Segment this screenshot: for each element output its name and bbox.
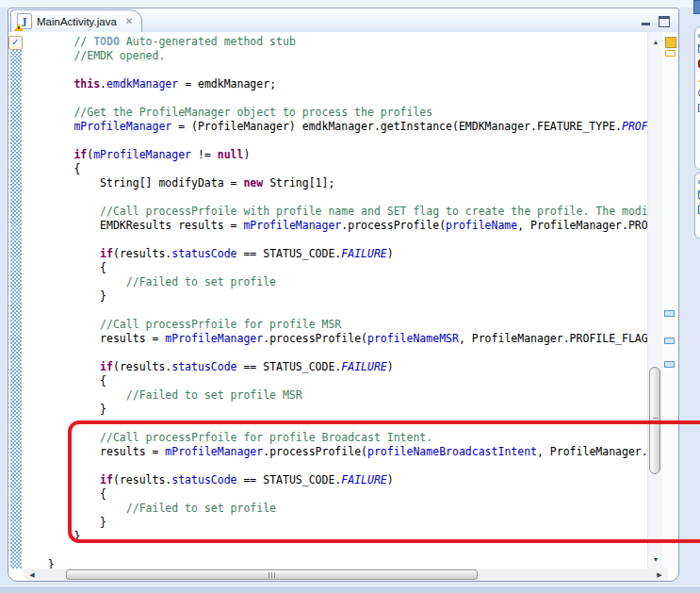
overview-ruler xyxy=(662,32,677,568)
code-line: results = mProfileManager.processProfile… xyxy=(22,445,647,459)
code-line xyxy=(22,134,647,148)
minimized-view-stack xyxy=(694,26,700,170)
code-line: if(mProfileManager != null) xyxy=(22,148,647,162)
code-line: // TODO Auto-generated method stub xyxy=(22,35,647,49)
window-top-strip xyxy=(0,0,700,8)
task-marker-icon[interactable]: ✓ xyxy=(8,36,23,50)
code-line: //Call processPrfoile with profile name … xyxy=(22,205,647,219)
window-corner-fragment xyxy=(693,0,700,14)
scroll-right-icon[interactable]: ▶ xyxy=(653,568,666,581)
code-line: { xyxy=(22,162,647,176)
editor-tab-bar: J MainActivity.java ✕ xyxy=(8,8,678,33)
code-line xyxy=(22,544,647,558)
code-area[interactable]: // TODO Auto-generated method stub //EMD… xyxy=(22,32,647,568)
range-indicator-bar xyxy=(10,50,22,568)
code-line: { xyxy=(22,487,647,502)
code-line: this.emdkManager = emdkManager; xyxy=(22,77,647,91)
tab-mainactivity-java[interactable]: J MainActivity.java ✕ xyxy=(10,9,142,32)
code-line: //Failed to set profile xyxy=(22,502,647,516)
horizontal-scrollbar[interactable]: ◀ ▶ xyxy=(24,568,668,581)
warning-marker[interactable] xyxy=(665,50,676,57)
screenshot-root: { "tab": { "title": "MainActivity.java" … xyxy=(0,0,700,593)
minimized-view-stack xyxy=(694,173,700,239)
minimize-view-icon[interactable] xyxy=(642,16,650,25)
code-line: { xyxy=(22,374,647,388)
code-line xyxy=(22,417,647,431)
code-line xyxy=(22,63,647,77)
code-line: //EMDK opened. xyxy=(22,49,647,63)
code-line: } xyxy=(22,403,647,417)
tab-close-icon[interactable]: ✕ xyxy=(125,16,133,26)
code-line: if(results.statusCode == STATUS_CODE.FAI… xyxy=(22,473,647,487)
code-line: mProfileManager = (ProfileManager) emdkM… xyxy=(22,120,647,134)
java-file-icon: J xyxy=(17,13,32,29)
scroll-down-icon[interactable]: ▼ xyxy=(648,556,663,563)
code-line xyxy=(22,190,647,205)
code-line: } xyxy=(22,289,647,304)
editor-panel: J MainActivity.java ✕ ✓ // TODO Auto-gen… xyxy=(8,8,679,582)
occurrence-marker[interactable] xyxy=(664,338,675,344)
window-bottom-strip xyxy=(0,585,700,593)
code-line: //Call processPrfoile for profile MSR xyxy=(22,318,647,332)
code-line: { xyxy=(22,261,647,275)
vertical-scrollbar[interactable]: ▲ ▼ xyxy=(647,32,663,568)
editor-body: ✓ // TODO Auto-generated method stub //E… xyxy=(8,32,678,568)
maximize-view-icon[interactable] xyxy=(659,16,670,27)
horizontal-scrollbar-thumb[interactable] xyxy=(66,569,478,580)
code-line: } xyxy=(22,558,647,568)
occurrence-marker[interactable] xyxy=(664,361,675,368)
code-line: EMDKResults results = mProfileManager.pr… xyxy=(22,219,647,233)
code-line: //Failed to set profile xyxy=(22,275,647,289)
warning-overlay-icon xyxy=(14,24,24,31)
code-line xyxy=(22,459,647,473)
code-line: if(results.statusCode == STATUS_CODE.FAI… xyxy=(22,360,647,374)
code-line: //Get the ProfileManager object to proce… xyxy=(22,106,647,120)
code-line: if(results.statusCode == STATUS_CODE.FAI… xyxy=(22,247,647,261)
code-line: } xyxy=(22,516,647,530)
overview-status-icon[interactable] xyxy=(665,37,676,48)
code-line: //Failed to set profile MSR xyxy=(22,388,647,403)
tab-title: MainActivity.java xyxy=(37,16,117,27)
code-line: String[] modifyData = new String[1]; xyxy=(22,176,647,190)
scroll-up-icon[interactable]: ▲ xyxy=(648,39,663,45)
vertical-scrollbar-thumb[interactable] xyxy=(649,367,660,474)
code-line: //Call processPrfoile for profile Broadc… xyxy=(22,431,647,445)
scrollbar-grip xyxy=(269,572,276,578)
code-line: } xyxy=(22,530,647,544)
code-line: results = mProfileManager.processProfile… xyxy=(22,332,647,346)
code-line xyxy=(22,304,647,318)
code-line xyxy=(22,346,647,360)
scrollbar-grip xyxy=(653,417,659,424)
occurrence-marker[interactable] xyxy=(664,310,675,317)
scroll-left-icon[interactable]: ◀ xyxy=(25,568,39,581)
code-line xyxy=(22,233,647,247)
code-line xyxy=(22,91,647,106)
